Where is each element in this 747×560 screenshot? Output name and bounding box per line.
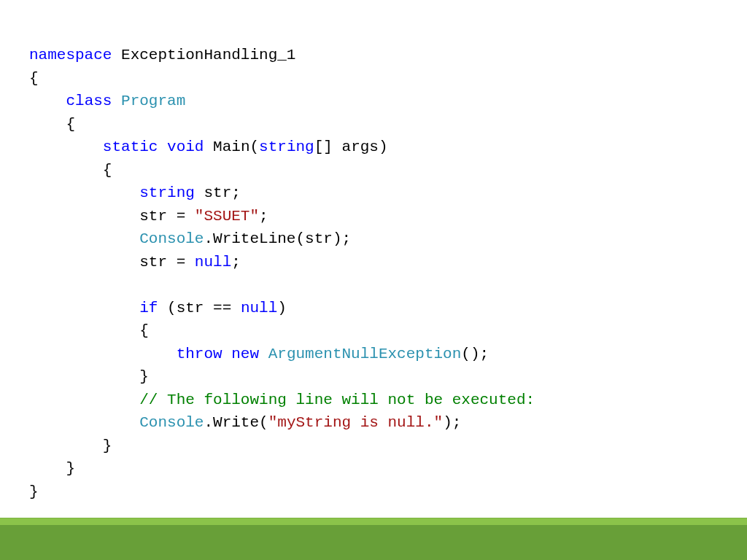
brace: { [29, 322, 149, 339]
brace: { [29, 70, 39, 87]
method-call: .WriteLine(str); [204, 230, 351, 247]
paren: ) [277, 300, 287, 316]
keyword-class: class [66, 93, 112, 109]
class-name: Program [112, 93, 185, 109]
method-call: .Write( [204, 414, 268, 431]
keyword-if: if [139, 300, 158, 316]
brace: } [29, 438, 112, 454]
keyword-null: null [241, 300, 277, 316]
type-string: string [259, 139, 314, 155]
keyword-namespace: namespace [29, 47, 112, 63]
namespace-name: ExceptionHandling_1 [112, 47, 295, 63]
brace: } [29, 483, 39, 500]
assign: str = [29, 208, 195, 225]
keyword-new: new [222, 346, 259, 362]
var-decl: str; [195, 184, 241, 201]
brace: { [29, 116, 75, 133]
semicolon: ; [259, 208, 268, 225]
string-literal: "myString is null." [268, 414, 443, 431]
class-console: Console [139, 414, 204, 431]
method-name: Main( [204, 139, 259, 155]
footer-accent-bar [0, 518, 747, 525]
code-block: namespace ExceptionHandling_1 { class Pr… [0, 0, 747, 532]
brace: { [29, 162, 112, 179]
brace: } [29, 368, 149, 385]
slide-footer [0, 518, 747, 560]
params: [] args) [314, 139, 388, 155]
ctor-call: (); [461, 346, 489, 362]
semicolon: ; [231, 254, 241, 271]
string-literal: "SSUET" [195, 208, 259, 225]
keyword-static: static [103, 139, 158, 155]
keyword-throw: throw [177, 346, 222, 362]
keyword-null: null [195, 254, 231, 271]
keyword-void: void [158, 139, 204, 155]
paren: ); [443, 414, 461, 431]
class-console: Console [139, 230, 204, 247]
assign: str = [29, 254, 195, 271]
condition: (str == [158, 300, 240, 316]
brace: } [29, 460, 75, 477]
type-string: string [139, 184, 195, 201]
comment: // The following line will not be execut… [139, 392, 535, 408]
class-exception: ArgumentNullException [259, 346, 461, 362]
footer-main-bar [0, 525, 747, 560]
